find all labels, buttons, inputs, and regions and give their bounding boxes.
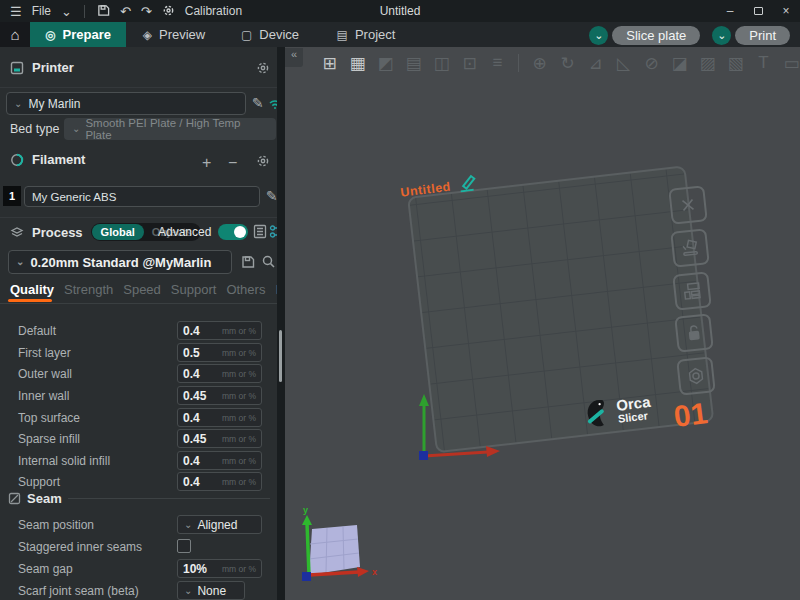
setting-input[interactable]: 0.45 mm or %: [177, 386, 262, 405]
measure-icon[interactable]: ▭: [781, 53, 800, 74]
setting-input[interactable]: 0.4 mm or %: [177, 408, 262, 427]
advanced-toggle[interactable]: [218, 224, 248, 240]
setting-row: Top surface 0.4 mm or %: [0, 408, 277, 428]
print-dropdown-button[interactable]: ⌄: [712, 26, 731, 45]
variable-layer-height-icon[interactable]: ≡: [487, 53, 508, 74]
setting-input[interactable]: 0.4 mm or %: [177, 364, 262, 383]
seam-gap-input[interactable]: 10% mm or %: [177, 559, 262, 578]
printer-preset-select[interactable]: ⌄ My Marlin: [6, 92, 246, 115]
3d-viewport[interactable]: « ⊞ ▦ ◩ ▤ ◫ ⊡ ≡ ⊕ ↻ ⊿ ◺ ⊘ ◪ ▨ ▧ T ▭ ◨ Un…: [285, 47, 800, 600]
process-section-title: Process: [32, 225, 83, 240]
tab-prepare[interactable]: ◎ Prepare: [30, 22, 126, 47]
minimize-button[interactable]: –: [716, 0, 744, 22]
printer-settings-gear-icon[interactable]: [256, 61, 270, 75]
arrange-plate-button[interactable]: [672, 271, 712, 311]
plate-settings-icon: [684, 364, 708, 388]
rotate-icon[interactable]: ↻: [557, 53, 578, 74]
param-tab-speed[interactable]: Speed: [123, 282, 161, 297]
setting-value: 0.45: [183, 389, 206, 403]
maximize-button[interactable]: [744, 0, 772, 22]
setting-input[interactable]: 0.4 mm or %: [177, 321, 262, 340]
home-button[interactable]: ⌂: [0, 22, 30, 47]
filament-slot-number[interactable]: 1: [3, 186, 21, 206]
move-icon[interactable]: ⊕: [529, 53, 550, 74]
sidebar-scrollbar[interactable]: [279, 330, 282, 382]
calibration-menu[interactable]: Calibration: [185, 4, 242, 18]
setting-input[interactable]: 0.5 mm or %: [177, 343, 262, 362]
slice-plate-button[interactable]: Slice plate: [612, 26, 700, 45]
filament-preset-select[interactable]: My Generic ABS: [24, 186, 260, 207]
scale-icon[interactable]: ⊿: [585, 53, 606, 74]
advanced-label: Advanced: [158, 225, 211, 239]
seam-painting-icon[interactable]: ▧: [725, 53, 746, 74]
auto-orient-plate-button[interactable]: [670, 228, 710, 268]
bed-type-select[interactable]: ⌄ Smooth PEI Plate / High Temp Plate: [64, 118, 276, 140]
setting-input[interactable]: 0.45 mm or %: [177, 429, 262, 448]
setting-label: Outer wall: [18, 367, 72, 381]
split-to-parts-icon[interactable]: ⊡: [459, 53, 480, 74]
filament-settings-gear-icon[interactable]: [256, 154, 270, 168]
tab-device[interactable]: ▢ Device: [222, 22, 318, 47]
setting-row: Default 0.4 mm or %: [0, 321, 277, 341]
tab-project[interactable]: ▤ Project: [318, 22, 414, 47]
lock-plate-button[interactable]: [674, 313, 714, 353]
menu-icon[interactable]: ☰: [10, 5, 22, 18]
setting-label: Default: [18, 324, 56, 338]
setting-input[interactable]: 0.4 mm or %: [177, 451, 262, 470]
save-preset-icon[interactable]: [241, 255, 255, 273]
seam-position-select[interactable]: ⌄ Aligned: [177, 515, 262, 534]
chevron-down-icon: ⌄: [16, 257, 24, 267]
chevron-down-icon: ⌄: [184, 586, 192, 596]
plate-thumbnail[interactable]: y x: [293, 487, 388, 599]
undo-icon[interactable]: ↶: [120, 5, 131, 18]
tab-project-label: Project: [355, 27, 395, 42]
setting-value: 0.4: [183, 367, 200, 381]
param-tab-quality[interactable]: Quality: [10, 282, 54, 297]
add-filament-icon[interactable]: +: [202, 155, 211, 171]
mesh-boolean-icon[interactable]: ◪: [669, 53, 690, 74]
setting-input[interactable]: 0.4 mm or %: [177, 472, 262, 491]
setting-label: Staggered inner seams: [18, 540, 142, 554]
file-chevron-down-icon[interactable]: ⌄: [61, 5, 72, 18]
arrange-icon[interactable]: ▤: [403, 53, 424, 74]
delete-plate-button[interactable]: [668, 185, 708, 225]
support-painting-icon[interactable]: ▨: [697, 53, 718, 74]
slice-dropdown-button[interactable]: ⌄: [589, 26, 608, 45]
scope-global[interactable]: Global: [92, 224, 144, 240]
remove-filament-icon[interactable]: −: [228, 155, 237, 171]
edit-plate-name-icon[interactable]: [455, 173, 479, 193]
param-table-icon[interactable]: [253, 224, 267, 243]
search-preset-icon[interactable]: [261, 254, 276, 273]
edit-printer-icon[interactable]: ✎: [252, 96, 264, 110]
lay-on-face-icon[interactable]: ◺: [613, 53, 634, 74]
param-tab-others[interactable]: Others: [226, 282, 265, 297]
plate-settings-button[interactable]: [676, 356, 716, 396]
printer-section-title: Printer: [32, 60, 74, 75]
setting-value: 0.45: [183, 432, 206, 446]
edit-filament-icon[interactable]: ✎: [266, 189, 278, 203]
add-plate-icon[interactable]: ▦: [347, 53, 368, 74]
filament-spool-icon: [10, 153, 24, 167]
param-tab-strength[interactable]: Strength: [64, 282, 113, 297]
scarf-joint-seam-select[interactable]: ⌄ None: [177, 581, 245, 600]
collapse-sidebar-button[interactable]: «: [285, 48, 303, 67]
process-preset-select[interactable]: ⌄ 0.20mm Standard @MyMarlin: [8, 250, 232, 274]
param-tab-support[interactable]: Support: [171, 282, 217, 297]
setting-unit: mm or %: [222, 369, 256, 379]
print-button[interactable]: Print: [735, 26, 790, 45]
setting-row: Sparse infill 0.45 mm or %: [0, 429, 277, 449]
tab-preview[interactable]: ◈ Preview: [126, 22, 222, 47]
calibration-icon[interactable]: [162, 4, 175, 19]
auto-orient-icon[interactable]: ◩: [375, 53, 396, 74]
cut-icon[interactable]: ⊘: [641, 53, 662, 74]
staggered-inner-seams-checkbox[interactable]: [177, 539, 191, 553]
setting-value: 0.4: [183, 454, 200, 468]
save-icon[interactable]: [97, 4, 110, 19]
file-menu[interactable]: File: [32, 4, 51, 18]
redo-icon[interactable]: ↷: [141, 5, 152, 18]
setting-label: Support: [18, 475, 60, 489]
close-button[interactable]: ×: [772, 0, 800, 22]
add-model-icon[interactable]: ⊞: [319, 53, 340, 74]
text-tool-icon[interactable]: T: [753, 53, 774, 74]
split-to-objects-icon[interactable]: ◫: [431, 53, 452, 74]
